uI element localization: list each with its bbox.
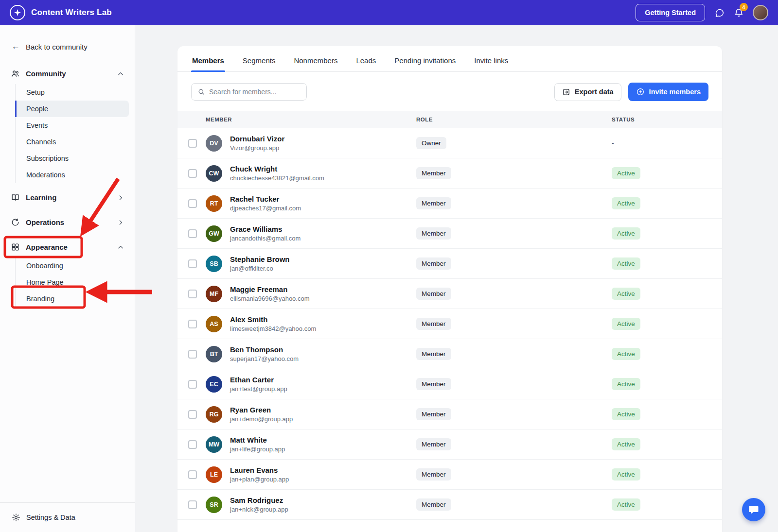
row-checkbox[interactable]	[188, 229, 197, 238]
column-header-role: ROLE	[416, 117, 612, 122]
table-row: DVDornubari VizorVizor@group.appOwner-	[177, 128, 722, 158]
status-badge: Active	[612, 257, 640, 270]
status-badge: Active	[612, 318, 640, 330]
status-badge: Active	[612, 227, 640, 240]
role-badge: Member	[416, 167, 451, 179]
getting-started-button[interactable]: Getting Started	[636, 4, 705, 21]
member-email: jancandothis@gmail.com	[230, 234, 416, 243]
sidebar-item-events[interactable]: Events	[16, 117, 129, 134]
role-badge: Member	[416, 288, 451, 300]
status-badge: Active	[612, 197, 640, 209]
toolbar: Export data Invite members	[177, 72, 722, 111]
row-checkbox[interactable]	[188, 139, 197, 148]
table-row: SBStephanie Brownjan@offkilter.coMemberA…	[177, 249, 722, 279]
learning-section-label: Learning	[26, 193, 56, 202]
sidebar-item-channels[interactable]: Channels	[16, 134, 129, 150]
sidebar-section-learning[interactable]: Learning	[6, 187, 129, 208]
member-email: chuckiechesse43821@gmail.com	[230, 174, 416, 183]
invite-members-label: Invite members	[649, 88, 701, 96]
sidebar-item-branding[interactable]: Branding	[16, 291, 129, 307]
sidebar-item-home-page[interactable]: Home Page	[16, 274, 129, 291]
settings-and-data-link[interactable]: Settings & Data	[0, 502, 135, 532]
row-checkbox[interactable]	[188, 320, 197, 328]
main-area: MembersSegmentsNonmembersLeadsPending in…	[135, 25, 778, 532]
member-avatar: DV	[206, 135, 222, 152]
member-name: Maggie Freeman	[230, 285, 416, 294]
member-avatar: AS	[206, 316, 222, 332]
member-email: jan+test@group.app	[230, 385, 416, 394]
tab-members[interactable]: Members	[191, 46, 225, 71]
table-row: RGRyan Greenjan+demo@group.appMemberActi…	[177, 399, 722, 429]
member-avatar: MW	[206, 436, 222, 453]
back-to-community-link[interactable]: ← Back to community	[12, 42, 129, 51]
row-checkbox[interactable]	[188, 350, 197, 359]
table-row: MFMaggie Freemanellismania9696@yahoo.com…	[177, 279, 722, 309]
invite-members-button[interactable]: Invite members	[628, 83, 708, 101]
appearance-sub-list: OnboardingHome PageBranding	[15, 257, 129, 307]
role-badge: Member	[416, 438, 451, 450]
user-avatar[interactable]	[753, 5, 768, 20]
table-row: SRSam Rodriguezjan+nick@group.appMemberA…	[177, 490, 722, 520]
status-badge: Active	[612, 348, 640, 360]
member-email: Vizor@group.app	[230, 144, 416, 153]
export-data-label: Export data	[575, 88, 614, 96]
status-badge: Active	[612, 468, 640, 481]
live-chat-button[interactable]	[742, 498, 765, 521]
member-name: Lauren Evans	[230, 465, 416, 475]
tab-leads[interactable]: Leads	[355, 46, 377, 71]
community-section-label: Community	[26, 69, 66, 78]
member-email: jan+nick@group.app	[230, 505, 416, 514]
role-badge: Member	[416, 498, 451, 511]
row-checkbox[interactable]	[188, 169, 197, 178]
row-checkbox[interactable]	[188, 259, 197, 268]
tab-segments[interactable]: Segments	[242, 46, 277, 71]
role-badge: Member	[416, 348, 451, 360]
row-checkbox[interactable]	[188, 199, 197, 208]
member-name: Stephanie Brown	[230, 255, 416, 264]
role-badge: Member	[416, 257, 451, 270]
search-icon	[197, 88, 205, 96]
row-checkbox[interactable]	[188, 380, 197, 389]
notifications-bell-icon[interactable]: 4	[733, 7, 744, 18]
sidebar-item-setup[interactable]: Setup	[16, 84, 129, 101]
row-checkbox[interactable]	[188, 440, 197, 449]
sidebar-item-people[interactable]: People	[16, 101, 129, 117]
sidebar-item-onboarding[interactable]: Onboarding	[16, 257, 129, 274]
status-badge: Active	[612, 288, 640, 300]
sidebar: ← Back to community Community SetupPeopl…	[0, 25, 135, 532]
search-input[interactable]	[209, 88, 301, 96]
member-email: jan+demo@group.app	[230, 415, 416, 424]
sidebar-item-subscriptions[interactable]: Subscriptions	[16, 150, 129, 167]
sidebar-item-moderations[interactable]: Moderations	[16, 167, 129, 183]
role-badge: Member	[416, 468, 451, 481]
export-data-button[interactable]: Export data	[554, 83, 621, 101]
member-name: Ben Thompson	[230, 345, 416, 355]
sidebar-section-operations[interactable]: Operations	[6, 212, 129, 233]
back-to-community-label: Back to community	[26, 43, 88, 51]
row-checkbox[interactable]	[188, 290, 197, 298]
messages-icon[interactable]	[714, 7, 725, 18]
role-badge: Member	[416, 378, 451, 390]
members-card: MembersSegmentsNonmembersLeadsPending in…	[177, 46, 722, 532]
tab-invite-links[interactable]: Invite links	[473, 46, 509, 71]
tab-nonmembers[interactable]: Nonmembers	[293, 46, 338, 71]
member-email: jan+plan@group.app	[230, 475, 416, 484]
member-avatar: RG	[206, 406, 222, 423]
status-badge: Active	[612, 408, 640, 420]
gear-icon	[12, 513, 20, 522]
table-row: ECEthan Carterjan+test@group.appMemberAc…	[177, 369, 722, 399]
notification-count-badge: 4	[740, 3, 748, 11]
row-checkbox[interactable]	[188, 410, 197, 419]
row-checkbox[interactable]	[188, 500, 197, 509]
sidebar-section-appearance[interactable]: Appearance	[6, 237, 129, 257]
status-dash: -	[612, 139, 614, 147]
sidebar-section-community[interactable]: Community	[6, 63, 129, 84]
table-header: MEMBER ROLE STATUS	[177, 111, 722, 128]
row-checkbox[interactable]	[188, 470, 197, 479]
search-box	[191, 83, 307, 101]
tab-bar: MembersSegmentsNonmembersLeadsPending in…	[177, 46, 722, 72]
settings-and-data-label: Settings & Data	[26, 514, 75, 521]
member-name: Sam Rodriguez	[230, 496, 416, 505]
tab-pending-invitations[interactable]: Pending invitations	[393, 46, 457, 71]
appearance-layout-icon	[11, 242, 20, 252]
